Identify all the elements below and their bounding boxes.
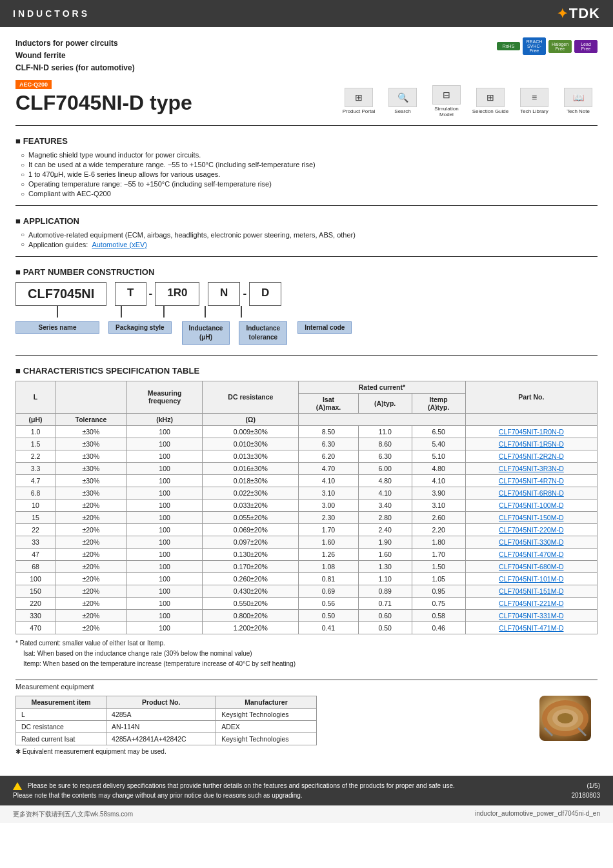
table-cell[interactable]: CLF7045NIT-6R8N-D [465, 487, 597, 499]
part-number-link[interactable]: CLF7045NIT-330M-D [499, 538, 563, 546]
table-row: 3.3±30%1000.016±30%4.706.004.80CLF7045NI… [16, 462, 598, 474]
nav-selection[interactable]: ⊞ Selection Guide [471, 88, 510, 114]
col-rated-current: Rated current* [299, 381, 465, 393]
pnc-internal: D [249, 282, 281, 306]
table-cell: Keysight Technologies [216, 708, 317, 720]
nav-tech-library[interactable]: ≡ Tech Library [515, 88, 554, 114]
table-row: 10±20%1000.033±20%3.003.403.10CLF7045NIT… [16, 499, 598, 511]
table-cell: 0.50 [299, 609, 358, 621]
part-number-link[interactable]: CLF7045NIT-3R3N-D [499, 465, 564, 472]
app-item-2: Application guides: Automotive (xEV) [21, 241, 598, 248]
table-cell: 3.3 [16, 462, 55, 474]
part-number-link[interactable]: CLF7045NIT-4R7N-D [499, 477, 564, 485]
col-L: L [16, 381, 55, 413]
table-cell: ±20% [55, 560, 126, 572]
part-number-link[interactable]: CLF7045NIT-101M-D [499, 575, 563, 583]
sub-col-khz: (kHz) [126, 413, 203, 425]
automotive-link[interactable]: Automotive (xEV) [92, 241, 147, 248]
search-icon: 🔍 [388, 88, 417, 107]
table-cell[interactable]: CLF7045NIT-331M-D [465, 609, 597, 621]
pnc-label-series: Series name [15, 321, 99, 334]
table-cell[interactable]: CLF7045NIT-221M-D [465, 597, 597, 609]
table-cell: 1.70 [412, 548, 465, 560]
table-cell: 0.055±20% [203, 511, 299, 523]
part-number-link[interactable]: CLF7045NIT-1R5N-D [499, 440, 564, 448]
col-dcr: DC resistance [203, 381, 299, 413]
part-number-link[interactable]: CLF7045NIT-151M-D [499, 587, 563, 595]
nav-simulation[interactable]: ⊟ Simulation Model [427, 85, 466, 117]
table-cell: 100 [126, 597, 203, 609]
lead-badge: Lead Free [574, 40, 598, 53]
part-number-link[interactable]: CLF7045NIT-680M-D [499, 563, 563, 570]
table-cell[interactable]: CLF7045NIT-220M-D [465, 523, 597, 536]
table-cell[interactable]: CLF7045NIT-100M-D [465, 499, 597, 511]
col-partno: Part No. [465, 381, 597, 413]
col-isat: Isat(A)max. [299, 393, 358, 413]
measurement-heading: Measurement equipment [15, 683, 518, 691]
page-footer: Please be sure to request delivery speci… [0, 776, 613, 805]
part-number-link[interactable]: CLF7045NIT-100M-D [499, 501, 563, 509]
part-number-link[interactable]: CLF7045NIT-1R0N-D [499, 428, 564, 436]
table-row: 470±20%1001.200±20%0.410.500.46CLF7045NI… [16, 621, 598, 634]
part-number-link[interactable]: CLF7045NIT-331M-D [499, 612, 563, 620]
pnc-label-internal: Internal code [297, 321, 352, 334]
table-cell: 0.69 [299, 585, 358, 597]
tdk-text: TDK [569, 5, 600, 22]
table-cell[interactable]: CLF7045NIT-2R2N-D [465, 450, 597, 462]
features-heading: FEATURES [15, 136, 598, 146]
nav-product-portal[interactable]: ⊞ Product Portal [339, 88, 378, 114]
table-cell: ±20% [55, 597, 126, 609]
part-number-link[interactable]: CLF7045NIT-150M-D [499, 514, 563, 521]
table-cell: 11.0 [358, 425, 412, 438]
meas-col-item: Measurement item [16, 696, 106, 708]
sub-col-uh: (μH) [16, 413, 55, 425]
table-cell: 100 [126, 450, 203, 462]
part-number-link[interactable]: CLF7045NIT-471M-D [499, 624, 563, 632]
table-row: 15±20%1000.055±20%2.302.802.60CLF7045NIT… [16, 511, 598, 523]
table-cell: ±30% [55, 425, 126, 438]
table-cell: 33 [16, 536, 55, 548]
table-cell: 0.022±30% [203, 487, 299, 499]
table-cell[interactable]: CLF7045NIT-4R7N-D [465, 474, 597, 487]
table-cell[interactable]: CLF7045NIT-680M-D [465, 560, 597, 572]
table-cell[interactable]: CLF7045NIT-150M-D [465, 511, 597, 523]
table-cell[interactable]: CLF7045NIT-471M-D [465, 621, 597, 634]
part-number-link[interactable]: CLF7045NIT-221M-D [499, 600, 563, 607]
table-cell: ±20% [55, 499, 126, 511]
table-cell: 470 [16, 621, 55, 634]
part-number-link[interactable]: CLF7045NIT-6R8N-D [499, 489, 564, 497]
tech-note-label: Tech Note [567, 108, 590, 114]
aec-badge: AEC-Q200 [15, 80, 52, 89]
table-cell: 4.80 [412, 462, 465, 474]
table-cell: 330 [16, 609, 55, 621]
table-cell[interactable]: CLF7045NIT-330M-D [465, 536, 597, 548]
table-cell: 220 [16, 597, 55, 609]
table-cell: 0.60 [358, 609, 412, 621]
table-cell[interactable]: CLF7045NIT-151M-D [465, 585, 597, 597]
table-cell: 5.10 [412, 450, 465, 462]
part-number-link[interactable]: CLF7045NIT-220M-D [499, 526, 563, 534]
table-cell: 8.50 [299, 425, 358, 438]
table-cell: 100 [126, 609, 203, 621]
feature-item-4: Operating temperature range: −55 to +150… [21, 180, 598, 188]
rated-current-note: * Rated current: smaller value of either… [15, 638, 598, 669]
table-cell: 0.016±30% [203, 462, 299, 474]
subtitle-line-2: Wound ferrite [15, 50, 135, 62]
table-cell: 3.40 [358, 499, 412, 511]
table-cell[interactable]: CLF7045NIT-3R3N-D [465, 462, 597, 474]
nav-tech-note[interactable]: 📖 Tech Note [559, 88, 598, 114]
svg-point-3 [558, 713, 573, 723]
warning-icon [13, 782, 22, 790]
table-cell: 1.05 [412, 572, 465, 585]
part-number-link[interactable]: CLF7045NIT-2R2N-D [499, 452, 564, 460]
part-number-link[interactable]: CLF7045NIT-470M-D [499, 550, 563, 558]
nav-search[interactable]: 🔍 Search [383, 88, 422, 114]
table-cell[interactable]: CLF7045NIT-1R0N-D [465, 425, 597, 438]
table-cell[interactable]: CLF7045NIT-1R5N-D [465, 438, 597, 450]
table-cell: 4285A+42841A+42842C [106, 732, 216, 745]
table-cell[interactable]: CLF7045NIT-470M-D [465, 548, 597, 560]
table-cell: 4285A [106, 708, 216, 720]
table-cell: 100 [126, 462, 203, 474]
table-cell[interactable]: CLF7045NIT-101M-D [465, 572, 597, 585]
table-cell: 1.30 [358, 560, 412, 572]
